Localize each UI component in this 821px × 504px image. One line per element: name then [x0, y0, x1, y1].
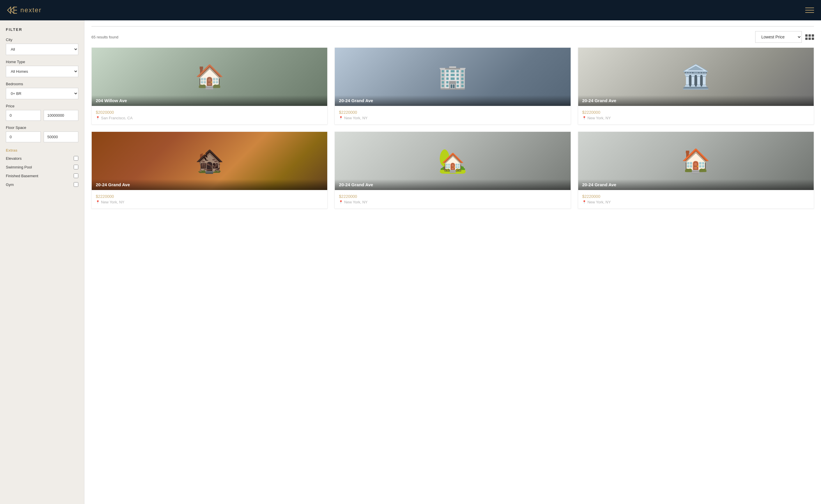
results-count: 65 results found: [91, 35, 118, 39]
svg-marker-1: [11, 7, 14, 13]
card-info: $2220000 📍 New York, NY: [578, 106, 814, 124]
pin-icon: 📍: [96, 116, 100, 120]
card-image: 204 Willow Ave: [92, 48, 327, 106]
cards-grid: 204 Willow Ave $2020000 📍 San Francisco,…: [91, 47, 814, 209]
floor-label: Floor Space: [6, 125, 78, 130]
card-city: New York, NY: [344, 200, 367, 204]
hamburger-menu[interactable]: [805, 8, 814, 13]
listing-card[interactable]: 204 Willow Ave $2020000 📍 San Francisco,…: [91, 47, 327, 125]
card-image: 20-24 Grand Ave: [335, 132, 570, 190]
bedrooms-select[interactable]: 0+ BR 1+ BR 2+ BR 3+ BR 4+ BR: [6, 88, 78, 99]
elevator-label: Elevators: [6, 156, 22, 161]
card-location: 📍 San Francisco, CA: [96, 116, 323, 120]
pin-icon: 📍: [96, 200, 100, 204]
pin-icon: 📍: [582, 200, 586, 204]
card-image: 20-24 Grand Ave: [578, 48, 814, 106]
basement-row: Finished Basement: [6, 173, 78, 178]
card-city: New York, NY: [588, 200, 611, 204]
card-location: 📍 New York, NY: [339, 200, 566, 204]
home-type-select[interactable]: All Homes House Apartment Condo Townhous…: [6, 66, 78, 77]
card-address-overlay: 20-24 Grand Ave: [578, 95, 814, 106]
page-layout: FILTER City All New York San Francisco L…: [0, 20, 821, 504]
header: nexter: [0, 0, 821, 20]
listing-card[interactable]: 20-24 Grand Ave $2220000 📍 New York, NY: [91, 132, 327, 209]
gym-label: Gym: [6, 182, 14, 187]
card-info: $2220000 📍 New York, NY: [92, 190, 327, 208]
card-info: $2220000 📍 New York, NY: [578, 190, 814, 208]
city-select[interactable]: All New York San Francisco Los Angeles C…: [6, 44, 78, 55]
card-price: $2220000: [96, 194, 323, 199]
card-price: $2220000: [582, 110, 810, 115]
sidebar: FILTER City All New York San Francisco L…: [0, 20, 84, 504]
pool-checkbox[interactable]: [74, 165, 78, 169]
card-city: New York, NY: [344, 116, 367, 120]
city-label: City: [6, 38, 78, 42]
card-address-overlay: 20-24 Grand Ave: [92, 179, 327, 190]
listing-card[interactable]: 20-24 Grand Ave $2220000 📍 New York, NY: [578, 47, 814, 125]
card-price: $2020000: [96, 110, 323, 115]
grid-toggle[interactable]: [805, 34, 814, 40]
listing-card[interactable]: 20-24 Grand Ave $2220000 📍 New York, NY: [578, 132, 814, 209]
home-type-label: Home Type: [6, 60, 78, 64]
pool-row: Swimming Pool: [6, 165, 78, 169]
extras-label: Extras: [6, 148, 78, 152]
card-city: New York, NY: [588, 116, 611, 120]
card-city: New York, NY: [101, 200, 124, 204]
card-location: 📍 New York, NY: [96, 200, 323, 204]
card-price: $2220000: [339, 194, 566, 199]
card-image: 20-24 Grand Ave: [578, 132, 814, 190]
card-location: 📍 New York, NY: [339, 116, 566, 120]
floor-range: [6, 132, 78, 142]
elevator-checkbox[interactable]: [74, 156, 78, 161]
card-address-overlay: 204 Willow Ave: [92, 95, 327, 106]
logo-icon: [7, 5, 17, 15]
price-max-input[interactable]: [44, 110, 79, 121]
card-image: 20-24 Grand Ave: [92, 132, 327, 190]
card-address-overlay: 20-24 Grand Ave: [335, 95, 570, 106]
card-price: $2220000: [339, 110, 566, 115]
sort-select[interactable]: Lowest Price Highest Price Newest Oldest: [755, 31, 802, 43]
filter-title: FILTER: [6, 27, 78, 32]
pool-label: Swimming Pool: [6, 165, 32, 169]
price-label: Price: [6, 104, 78, 108]
floor-max-input[interactable]: [44, 132, 79, 142]
bedrooms-label: Bedrooms: [6, 82, 78, 86]
card-image: 20-24 Grand Ave: [335, 48, 570, 106]
svg-marker-0: [8, 7, 11, 13]
gym-checkbox[interactable]: [74, 182, 78, 187]
floor-min-input[interactable]: [6, 132, 41, 142]
listing-card[interactable]: 20-24 Grand Ave $2220000 📍 New York, NY: [334, 132, 571, 209]
sort-area: Lowest Price Highest Price Newest Oldest: [755, 31, 814, 43]
logo-text: nexter: [20, 6, 42, 14]
listing-card[interactable]: 20-24 Grand Ave $2220000 📍 New York, NY: [334, 47, 571, 125]
main-content: 65 results found Lowest Price Highest Pr…: [84, 20, 821, 504]
price-range: [6, 110, 78, 121]
card-info: $2220000 📍 New York, NY: [335, 190, 570, 208]
pin-icon: 📍: [339, 200, 343, 204]
card-price: $2220000: [582, 194, 810, 199]
logo: nexter: [7, 5, 42, 15]
card-address-overlay: 20-24 Grand Ave: [335, 179, 570, 190]
elevator-row: Elevators: [6, 156, 78, 161]
grid-view-icon: [805, 34, 814, 40]
card-location: 📍 New York, NY: [582, 116, 810, 120]
basement-checkbox[interactable]: [74, 173, 78, 178]
pin-icon: 📍: [339, 116, 343, 120]
card-address-overlay: 20-24 Grand Ave: [578, 179, 814, 190]
card-city: San Francisco, CA: [101, 116, 132, 120]
price-min-input[interactable]: [6, 110, 41, 121]
top-bar: 65 results found Lowest Price Highest Pr…: [91, 26, 814, 43]
card-location: 📍 New York, NY: [582, 200, 810, 204]
pin-icon: 📍: [582, 116, 586, 120]
card-info: $2220000 📍 New York, NY: [335, 106, 570, 124]
gym-row: Gym: [6, 182, 78, 187]
card-info: $2020000 📍 San Francisco, CA: [92, 106, 327, 124]
basement-label: Finished Basement: [6, 174, 38, 178]
